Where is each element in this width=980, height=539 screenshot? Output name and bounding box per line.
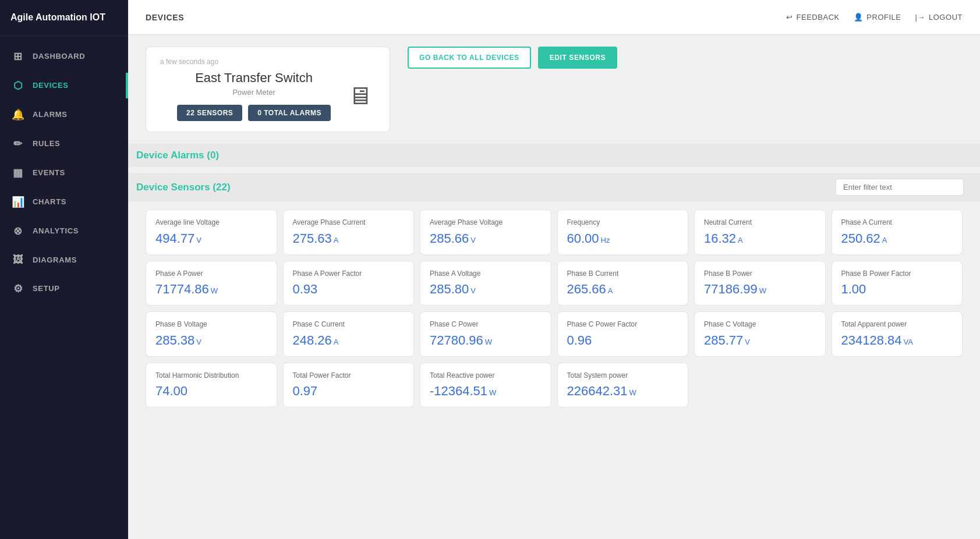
sensor-label: Average Phase Current bbox=[293, 218, 405, 228]
sensor-card: Total Reactive power-12364.51W bbox=[420, 363, 551, 408]
setup-icon: ⚙ bbox=[12, 282, 24, 295]
sensors-badge[interactable]: 22 SENSORS bbox=[177, 105, 242, 121]
sidebar-item-analytics[interactable]: ⊗ ANALYTICS bbox=[0, 217, 128, 246]
sensor-label: Phase B Power Factor bbox=[841, 270, 953, 279]
sidebar-nav: ⊞ DASHBOARD ⬡ DEVICES 🔔 ALARMS ✏ RULES ▦… bbox=[0, 36, 128, 539]
sensor-card: Phase C Power72780.96W bbox=[420, 311, 551, 357]
sensor-card: Phase A Voltage285.80V bbox=[420, 261, 551, 306]
sensor-value: -12364.51 bbox=[430, 384, 487, 398]
sensor-unit: Hz bbox=[601, 236, 610, 244]
sidebar-item-setup[interactable]: ⚙ SETUP bbox=[0, 274, 128, 303]
sensor-unit: A bbox=[334, 338, 339, 346]
sidebar-item-label: DIAGRAMS bbox=[33, 256, 77, 264]
sidebar-item-label: CHARTS bbox=[33, 197, 66, 206]
sensor-value: 285.38 bbox=[155, 333, 194, 347]
sensor-value: 1.00 bbox=[841, 282, 866, 296]
events-icon: ▦ bbox=[12, 166, 24, 179]
sensor-label: Neutral Current bbox=[704, 218, 816, 228]
sidebar-item-alarms[interactable]: 🔔 ALARMS bbox=[0, 100, 128, 129]
sidebar-item-label: EVENTS bbox=[33, 168, 65, 177]
sensor-value: 494.77 bbox=[155, 231, 194, 246]
sensor-card: Total Power Factor0.97 bbox=[283, 363, 415, 408]
sensor-label: Total Apparent power bbox=[841, 320, 953, 329]
sidebar-item-rules[interactable]: ✏ RULES bbox=[0, 129, 128, 158]
logout-icon: |→ bbox=[915, 13, 925, 22]
sensor-unit: VA bbox=[904, 338, 913, 346]
sensor-card: Total Harmonic Distribution74.00 bbox=[146, 363, 277, 408]
sensor-label: Average line Voltage bbox=[155, 218, 267, 228]
sidebar-item-events[interactable]: ▦ EVENTS bbox=[0, 158, 128, 187]
sensor-label: Phase C Current bbox=[293, 320, 405, 329]
sensor-card: Total Apparent power234128.84VA bbox=[832, 311, 963, 357]
sensor-label: Average Phase Voltage bbox=[430, 218, 542, 228]
device-action-buttons: GO BACK TO ALL DEVICES EDIT SENSORS bbox=[408, 47, 617, 69]
sensor-value: 71774.86 bbox=[155, 282, 209, 296]
analytics-icon: ⊗ bbox=[12, 225, 24, 237]
sensor-card: Phase B Power77186.99W bbox=[694, 261, 826, 306]
sensor-card: Average Phase Voltage285.66V bbox=[420, 210, 551, 255]
sensor-card: Phase A Power Factor0.93 bbox=[283, 261, 415, 306]
sensor-value: 0.93 bbox=[293, 282, 318, 296]
sensors-grid: Average line Voltage494.77VAverage Phase… bbox=[146, 210, 963, 407]
profile-button[interactable]: 👤 PROFILE bbox=[854, 13, 901, 22]
sensor-value: 285.80 bbox=[430, 282, 469, 296]
sensor-value: 234128.84 bbox=[841, 333, 902, 347]
edit-sensors-button[interactable]: EDIT SENSORS bbox=[538, 47, 618, 69]
logout-button[interactable]: |→ LOGOUT bbox=[915, 13, 963, 22]
alarms-icon: 🔔 bbox=[12, 108, 24, 121]
sensor-card: Phase C Voltage285.77V bbox=[694, 311, 826, 357]
page-title: DEVICES bbox=[146, 13, 184, 22]
sensor-unit: V bbox=[196, 236, 201, 244]
device-info: East Transfer Switch Power Meter 22 SENS… bbox=[160, 70, 348, 121]
sensor-unit: W bbox=[759, 286, 766, 295]
go-back-button[interactable]: GO BACK TO ALL DEVICES bbox=[408, 47, 531, 69]
device-card-area: a few seconds ago East Transfer Switch P… bbox=[146, 47, 963, 132]
sensor-label: Phase B Current bbox=[567, 270, 679, 279]
sensor-value: 250.62 bbox=[841, 231, 880, 246]
sensor-value: 77186.99 bbox=[704, 282, 758, 296]
sensor-card: Phase B Power Factor1.00 bbox=[832, 261, 963, 306]
alarms-badge[interactable]: 0 TOTAL ALARMS bbox=[248, 105, 331, 121]
sensor-card: Phase B Current265.66A bbox=[557, 261, 689, 306]
sensor-value: 265.66 bbox=[567, 282, 606, 296]
sensor-label: Phase A Current bbox=[841, 218, 953, 228]
sensor-unit: V bbox=[470, 236, 476, 244]
sensor-unit: W bbox=[489, 388, 496, 397]
sensor-unit: V bbox=[745, 338, 750, 346]
device-timestamp: a few seconds ago bbox=[160, 58, 372, 66]
sensor-value: 275.63 bbox=[293, 231, 332, 246]
sidebar-item-charts[interactable]: 📊 CHARTS bbox=[0, 187, 128, 217]
filter-input[interactable] bbox=[836, 179, 964, 196]
device-name: East Transfer Switch bbox=[160, 70, 348, 86]
sensor-value: 226642.31 bbox=[567, 384, 628, 398]
sensor-label: Phase A Voltage bbox=[430, 270, 542, 279]
sensor-value: 285.66 bbox=[430, 231, 469, 246]
sensor-label: Phase A Power bbox=[155, 270, 267, 279]
sensor-label: Total Reactive power bbox=[430, 371, 542, 381]
sensor-card: Phase B Voltage285.38V bbox=[146, 311, 277, 357]
devices-icon: ⬡ bbox=[12, 79, 24, 92]
rules-icon: ✏ bbox=[12, 137, 24, 150]
sensor-card: Frequency60.00Hz bbox=[557, 210, 689, 255]
sidebar-item-label: DEVICES bbox=[33, 81, 69, 90]
sidebar-item-diagrams[interactable]: 🖼 DIAGRAMS bbox=[0, 246, 128, 274]
sensor-label: Phase B Voltage bbox=[155, 320, 267, 329]
sensor-unit: V bbox=[196, 338, 201, 346]
sensor-label: Phase B Power bbox=[704, 270, 816, 279]
sensor-value: 285.77 bbox=[704, 333, 743, 347]
sensor-label: Total Harmonic Distribution bbox=[155, 371, 267, 381]
sidebar-item-dashboard[interactable]: ⊞ DASHBOARD bbox=[0, 42, 128, 71]
sensor-label: Phase C Voltage bbox=[704, 320, 816, 329]
device-badges: 22 SENSORS 0 TOTAL ALARMS bbox=[160, 105, 348, 121]
sensor-unit: W bbox=[629, 388, 636, 397]
sidebar-item-label: ANALYTICS bbox=[33, 226, 79, 235]
sensors-section-header: Device Sensors (22) bbox=[128, 173, 980, 201]
sensor-label: Total System power bbox=[567, 371, 679, 381]
sensor-value: 74.00 bbox=[155, 384, 187, 398]
sidebar-item-devices[interactable]: ⬡ DEVICES bbox=[0, 71, 128, 100]
device-type: Power Meter bbox=[160, 88, 348, 97]
sensor-card: Phase A Power71774.86W bbox=[146, 261, 277, 306]
sensor-unit: A bbox=[882, 236, 887, 244]
sidebar-item-label: SETUP bbox=[33, 284, 60, 293]
feedback-button[interactable]: ↩ FEEDBACK bbox=[786, 13, 840, 22]
